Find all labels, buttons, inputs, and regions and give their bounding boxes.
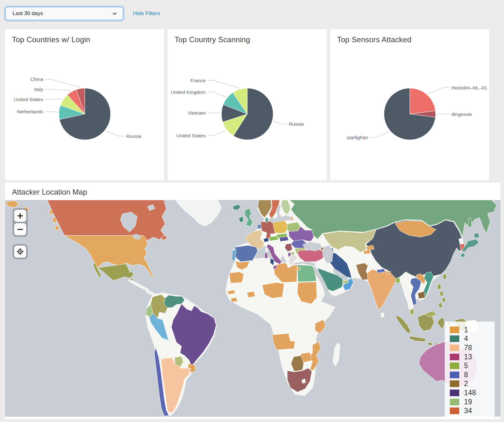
crosshair-icon — [16, 248, 24, 255]
legend-row: 4 — [450, 334, 495, 344]
pie-label: Russia — [126, 134, 141, 139]
country-burkina-faso[interactable] — [247, 291, 255, 298]
pie-label: dingessie — [451, 111, 472, 117]
legend-value: 78 — [464, 344, 472, 352]
zoom-out-button[interactable]: − — [14, 223, 26, 235]
country-italy-sicily[interactable] — [273, 265, 277, 269]
map-zoom-controls: + − — [13, 208, 28, 237]
legend-row: 19 — [450, 397, 495, 407]
panel-title: Top Countries w/ Login — [5, 29, 164, 44]
legend-value: 148 — [464, 389, 476, 397]
legend-row: 5 — [450, 361, 495, 370]
pie-label: Netherlands — [17, 109, 43, 114]
legend-swatch — [450, 408, 459, 414]
pie-label-line — [208, 131, 226, 136]
pie-label-line — [45, 99, 62, 99]
pie-label-line — [208, 92, 226, 97]
pie-label: starfighter — [346, 135, 368, 140]
legend-row: 148 — [450, 388, 495, 397]
pie-label: Russia — [289, 121, 304, 127]
pie-label: Italy — [34, 87, 43, 92]
pie-label-line — [273, 122, 287, 124]
legend-swatch — [450, 390, 459, 396]
panel-title: Top Country Scanning — [168, 29, 327, 44]
country-mauritania[interactable] — [229, 272, 244, 283]
country-north-macedonia[interactable] — [291, 252, 294, 255]
legend-swatch — [450, 372, 459, 378]
legend-swatch — [450, 345, 459, 351]
pie-label-line — [45, 89, 71, 91]
pie-label: China — [31, 77, 43, 82]
legend-swatch — [450, 399, 459, 405]
dashboard: { "filters": { "time_range": "Last 30 da… — [0, 0, 504, 422]
legend-value: 5 — [464, 362, 468, 370]
legend-value: 19 — [464, 398, 472, 406]
legend-swatch — [450, 380, 459, 387]
map-title: Attacker Location Map — [5, 183, 501, 197]
legend-row: 2 — [450, 379, 495, 389]
pie-label-line — [45, 112, 58, 112]
filter-bar: Last 30 days Hide Filters — [5, 7, 160, 20]
country-bhutan[interactable] — [387, 271, 391, 274]
legend-value: 8 — [464, 371, 468, 379]
zoom-in-button[interactable]: + — [14, 210, 26, 222]
panel-top-countries-login: Top Countries w/ Login RussiaNetherlands… — [5, 29, 164, 180]
pie-panels-row: Top Countries w/ Login RussiaNetherlands… — [5, 29, 489, 180]
legend-swatch — [450, 354, 459, 360]
time-range-value: Last 30 days — [13, 10, 43, 17]
pie-chart-top-countries-login: RussiaNetherlandsUnited StatesItalyChina — [5, 48, 164, 180]
pie-label-line — [45, 79, 80, 88]
country-france-corsica[interactable] — [265, 247, 268, 252]
pie-chart-top-sensors-attacked: Hostslim–NL–01dingessiestarfighter — [330, 48, 489, 180]
pie-label-line — [208, 80, 239, 88]
time-range-select[interactable]: Last 30 days — [5, 7, 123, 20]
legend-row: 8 — [450, 370, 495, 379]
pie-label-line — [370, 132, 390, 137]
legend-value: 4 — [464, 334, 468, 343]
pie-label-line — [106, 131, 124, 136]
map-legend: 1478135821481934 — [445, 322, 495, 419]
pie-label: Hostslim–NL–01 — [451, 85, 487, 90]
panel-attacker-location-map: Attacker Location Map — [5, 183, 501, 419]
pie-label-line — [428, 88, 450, 94]
pie-label: Vietnam — [188, 110, 206, 116]
legend-swatch — [450, 362, 459, 369]
pie-label-line — [208, 113, 220, 113]
pie-label: United States — [176, 133, 206, 138]
legend-row: 34 — [450, 406, 495, 415]
legend-swatch — [450, 335, 459, 342]
chevron-down-icon — [112, 11, 117, 16]
hide-filters-link[interactable]: Hide Filters — [133, 10, 160, 17]
pie-label: France — [191, 78, 206, 83]
pie-chart-top-country-scanning: RussiaUnited StatesVietnamUnited Kingdom… — [168, 48, 327, 180]
panel-top-country-scanning: Top Country Scanning RussiaUnited States… — [168, 29, 327, 180]
panel-title: Top Sensors Attacked — [330, 29, 489, 44]
legend-row: 78 — [450, 343, 495, 352]
pie-label: United Kingdom — [171, 89, 206, 95]
legend-swatch — [450, 327, 459, 333]
pie-label: United States — [14, 97, 43, 102]
map-locate-control — [13, 244, 28, 259]
legend-row: 1 — [450, 325, 495, 334]
legend-value: 34 — [464, 407, 472, 415]
country-guinea[interactable] — [231, 298, 238, 302]
legend-row: 13 — [450, 352, 495, 362]
legend-value: 2 — [464, 379, 468, 388]
world-map[interactable]: + − 1478135821481934 — [5, 200, 501, 417]
legend-value: 1 — [464, 326, 468, 334]
legend-value: 13 — [464, 353, 472, 361]
panel-top-sensors-attacked: Top Sensors Attacked Hostslim–NL–01dinge… — [330, 29, 489, 180]
choropleth-map-svg — [5, 200, 501, 417]
crosshair-button[interactable] — [14, 246, 26, 258]
country-italy-sardinia[interactable] — [265, 253, 268, 259]
